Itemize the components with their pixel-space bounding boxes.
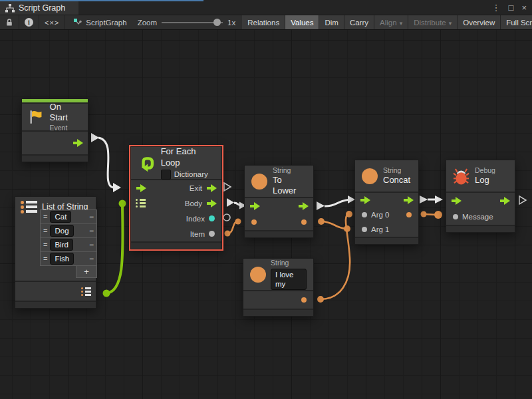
node-header: List of String = Cat − = Dog − = bbox=[15, 197, 96, 281]
dim-button[interactable]: Dim bbox=[319, 15, 344, 29]
port-flow-output[interactable] bbox=[403, 196, 414, 204]
distribute-button[interactable]: Distribute▾ bbox=[408, 15, 458, 29]
align-button[interactable]: Align▾ bbox=[374, 15, 408, 29]
node-category: String bbox=[273, 166, 307, 175]
port-index-output[interactable] bbox=[209, 215, 215, 221]
port-flow-input[interactable] bbox=[360, 196, 370, 204]
checkbox-label: Dictionary bbox=[174, 170, 208, 179]
list-item-row: = Cat − bbox=[41, 210, 96, 224]
list-item-field[interactable]: Bird bbox=[50, 239, 72, 251]
node-body bbox=[22, 132, 88, 154]
node-string-concat[interactable]: String Concat Arg 0 Arg 1 bbox=[354, 160, 419, 245]
port-flow-output[interactable] bbox=[298, 202, 309, 210]
dictionary-checkbox[interactable] bbox=[161, 170, 171, 180]
window-controls: ⋮ □ × bbox=[492, 1, 527, 14]
list-item-field[interactable]: Dog bbox=[50, 225, 73, 237]
carry-button[interactable]: Carry bbox=[344, 15, 374, 29]
window-close-button[interactable]: × bbox=[521, 3, 527, 13]
full-screen-button[interactable]: Full Screen bbox=[501, 15, 532, 29]
list-item-field[interactable]: Cat bbox=[50, 211, 71, 223]
flag-icon bbox=[29, 109, 45, 125]
zoom-slider-handle[interactable] bbox=[213, 19, 221, 26]
node-title: Log bbox=[475, 175, 495, 186]
code-view-button[interactable]: <×> bbox=[39, 15, 65, 29]
node-title: For Each Loop bbox=[161, 146, 215, 168]
node-string-literal[interactable]: String I love my bbox=[243, 258, 314, 317]
port-label: Item bbox=[190, 230, 205, 238]
port-flow-input[interactable] bbox=[136, 184, 146, 192]
info-button[interactable]: i bbox=[19, 15, 39, 29]
port-string-output[interactable] bbox=[301, 297, 307, 303]
graph-breadcrumb[interactable]: ScriptGraph bbox=[65, 15, 134, 29]
port-result-output[interactable] bbox=[406, 212, 412, 217]
drag-handle[interactable]: = bbox=[43, 255, 47, 263]
zoom-value: 1x bbox=[227, 19, 235, 27]
remove-item-button[interactable]: − bbox=[89, 240, 94, 249]
node-header: Debug Log bbox=[446, 160, 515, 192]
node-body: Message bbox=[446, 193, 515, 225]
node-footer bbox=[446, 226, 515, 232]
port-collection-input[interactable] bbox=[136, 199, 146, 207]
node-for-each-loop[interactable]: For Each Loop Dictionary Exit Body Index bbox=[130, 146, 222, 249]
drag-handle[interactable]: = bbox=[43, 227, 47, 235]
node-debug-log[interactable]: Debug Log Message bbox=[446, 160, 515, 233]
drag-handle[interactable]: = bbox=[43, 241, 47, 249]
node-footer bbox=[245, 231, 313, 237]
remove-item-button[interactable]: − bbox=[89, 254, 94, 263]
port-label: Body bbox=[185, 200, 202, 207]
remove-item-button[interactable]: − bbox=[89, 226, 94, 235]
port-flow-input[interactable] bbox=[451, 197, 462, 205]
relations-button[interactable]: Relations bbox=[242, 15, 285, 29]
port-trigger-output[interactable] bbox=[72, 139, 83, 147]
zoom-slider[interactable] bbox=[162, 18, 223, 27]
drag-handle[interactable]: = bbox=[43, 213, 47, 221]
add-item-button[interactable]: + bbox=[76, 266, 97, 278]
graph-name: ScriptGraph bbox=[86, 19, 126, 27]
port-message-input[interactable] bbox=[453, 214, 458, 219]
zoom-label: Zoom bbox=[138, 19, 157, 27]
string-type-icon bbox=[250, 267, 266, 283]
port-arg1-input[interactable] bbox=[362, 227, 367, 232]
tab-script-graph[interactable]: Script Graph bbox=[0, 1, 78, 15]
bug-icon bbox=[453, 166, 469, 186]
port-flow-output[interactable] bbox=[499, 197, 510, 205]
node-body: Arg 0 Arg 1 bbox=[355, 193, 418, 237]
lock-icon bbox=[5, 18, 13, 27]
node-string-to-lower[interactable]: String To Lower bbox=[244, 165, 314, 238]
remove-item-button[interactable]: − bbox=[89, 212, 94, 221]
port-item-output[interactable] bbox=[209, 231, 215, 237]
window-menu-button[interactable]: ⋮ bbox=[492, 3, 501, 13]
lock-button[interactable] bbox=[0, 15, 19, 29]
node-header: String Concat bbox=[355, 160, 418, 192]
string-value-field[interactable]: I love my bbox=[271, 269, 307, 290]
port-result-output[interactable] bbox=[301, 219, 307, 225]
node-body bbox=[243, 291, 313, 309]
node-footer bbox=[22, 156, 88, 162]
node-category: String bbox=[271, 259, 307, 267]
port-arg0-input[interactable] bbox=[362, 212, 367, 217]
node-title: To Lower bbox=[273, 175, 307, 197]
port-label: Arg 1 bbox=[371, 225, 390, 233]
port-exit-output[interactable] bbox=[206, 184, 217, 192]
node-category: String bbox=[383, 166, 410, 175]
node-list-of-string[interactable]: List of String = Cat − = Dog − = bbox=[15, 196, 96, 309]
list-icon bbox=[21, 201, 37, 213]
node-on-start[interactable]: On Start Event bbox=[21, 98, 88, 162]
hierarchy-icon bbox=[5, 4, 15, 13]
node-body bbox=[245, 198, 313, 230]
node-subtitle: Event bbox=[50, 124, 81, 132]
port-label: Exit bbox=[190, 184, 202, 192]
port-body-output[interactable] bbox=[206, 200, 217, 207]
port-list-output[interactable] bbox=[81, 287, 91, 296]
port-flow-input[interactable] bbox=[249, 202, 260, 210]
code-icon: <×> bbox=[45, 19, 59, 27]
node-header: String To Lower bbox=[245, 166, 313, 197]
list-item-field[interactable]: Fish bbox=[50, 253, 74, 265]
overview-button[interactable]: Overview bbox=[458, 15, 501, 29]
port-string-input[interactable] bbox=[251, 219, 257, 225]
node-header: On Start Event bbox=[22, 104, 88, 130]
values-button[interactable]: Values bbox=[285, 15, 319, 29]
graph-toolbar: i <×> ScriptGraph Zoom 1x Relations Valu… bbox=[0, 15, 532, 30]
window-maximize-button[interactable]: □ bbox=[509, 3, 514, 13]
node-body bbox=[15, 282, 96, 301]
